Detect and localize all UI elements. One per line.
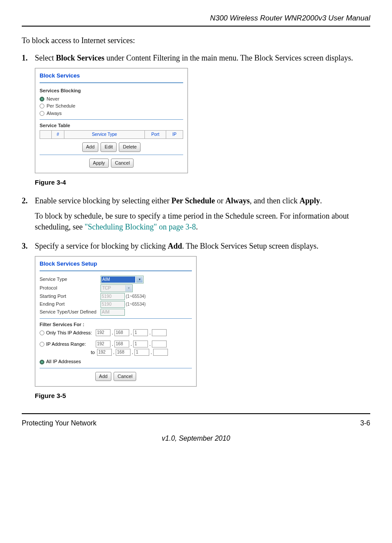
fig2-starting-port-input[interactable]: 5190: [101, 293, 125, 300]
intro-text: To block access to Internet services:: [22, 35, 370, 46]
fig2-protocol-select[interactable]: TCP ▾: [101, 284, 133, 292]
bottom-rule: [22, 413, 370, 414]
step-3: 3. Specify a service for blocking by cli…: [22, 241, 370, 401]
top-rule: [22, 26, 370, 27]
ip-octet-input[interactable]: 192: [96, 341, 111, 347]
fig2-hr3: [40, 368, 192, 368]
chevron-down-icon: ▾: [125, 285, 132, 291]
fig1-service-table: # Service Type Port IP: [40, 130, 183, 139]
ip-octet-input[interactable]: 192: [97, 349, 112, 356]
radio-never[interactable]: [40, 97, 44, 101]
fig2-user-defined-input[interactable]: AIM: [101, 309, 125, 316]
fig1-col-hash: #: [52, 131, 64, 139]
ip-octet-input[interactable]: 1: [134, 349, 149, 356]
figure-3-5-caption: Figure 3-5: [35, 391, 370, 400]
fig1-col-port: Port: [145, 131, 166, 139]
ip-octet-input[interactable]: 1: [133, 329, 148, 336]
figure-3-4-caption: Figure 3-4: [35, 178, 370, 187]
fig1-services-blocking-label: Services Blocking: [40, 88, 183, 94]
radio-per-schedule[interactable]: [40, 104, 44, 108]
step-1-num: 1.: [22, 53, 28, 64]
step-2: 2. Enable service blocking by selecting …: [22, 196, 370, 233]
step-3-text: Specify a service for blocking by clicki…: [35, 242, 318, 250]
footer: Protecting Your Network 3-6: [22, 418, 370, 428]
step-2-num: 2.: [22, 196, 28, 206]
ip-octet-input[interactable]: 168: [116, 349, 131, 356]
radio-ip-range[interactable]: [40, 342, 44, 347]
fig1-hr3: [40, 155, 183, 155]
fig2-only-ip-row[interactable]: Only This IP Address: 192. 168. 1.: [40, 329, 192, 336]
figure-3-4-screenshot: Block Services Services Blocking Never P…: [35, 68, 188, 173]
footer-center: v1.0, September 2010: [22, 434, 370, 443]
fig1-radio-always[interactable]: Always: [40, 110, 183, 117]
fig1-add-button[interactable]: Add: [82, 142, 99, 152]
fig2-starting-port-row: Starting Port 5190 (1~65534): [40, 293, 192, 300]
ip-octet-input[interactable]: [152, 341, 167, 347]
fig2-service-type-row: Service Type AIM ▾: [40, 276, 192, 283]
fig2-hr1: [40, 270, 192, 271]
fig2-filter-label: Filter Services For :: [40, 321, 192, 328]
fig1-service-table-label: Service Table: [40, 122, 183, 129]
fig1-col-type: Service Type: [64, 131, 145, 139]
ip-octet-input[interactable]: 192: [96, 329, 111, 336]
figure-3-5-screenshot: Block Services Setup Service Type AIM ▾ …: [35, 256, 197, 387]
radio-only-ip[interactable]: [40, 331, 44, 335]
fig2-ending-port-row: Ending Port 5190 (1~65534): [40, 301, 192, 308]
fig2-ip-range-to-row: to 192. 168. 1.: [40, 349, 192, 356]
step-2-text: Enable service blocking by selecting eit…: [35, 196, 322, 205]
fig1-col-ip: IP: [166, 131, 183, 139]
fig2-title: Block Services Setup: [40, 260, 192, 268]
step-3-num: 3.: [22, 241, 28, 252]
fig1-radio-never[interactable]: Never: [40, 96, 183, 102]
ip-octet-input[interactable]: [152, 329, 167, 336]
fig1-delete-button[interactable]: Delete: [119, 142, 141, 152]
scheduling-link[interactable]: "Scheduling Blocking" on page 3-8: [84, 223, 196, 231]
fig2-user-defined-row: Service Type/User Defined AIM: [40, 309, 192, 316]
fig2-cancel-button[interactable]: Cancel: [114, 372, 136, 381]
fig1-hr2: [40, 119, 183, 120]
footer-right: 3-6: [360, 418, 370, 428]
fig2-all-ip-row[interactable]: All IP Addresses: [40, 358, 192, 365]
fig1-edit-button[interactable]: Edit: [101, 142, 117, 152]
fig2-protocol-row: Protocol TCP ▾: [40, 284, 192, 292]
fig2-ip-range-row[interactable]: IP Address Range: 192. 168. 1.: [40, 341, 192, 347]
header-product: N300 Wireless Router WNR2000v3 User Manu…: [22, 13, 370, 24]
fig2-add-button[interactable]: Add: [95, 372, 112, 381]
ip-octet-input[interactable]: 168: [114, 341, 129, 347]
fig1-hr1: [40, 82, 183, 83]
radio-all-ip[interactable]: [40, 360, 44, 364]
fig2-service-type-select[interactable]: AIM ▾: [101, 276, 144, 283]
fig1-col-blank: [40, 131, 52, 139]
fig1-radio-per-schedule[interactable]: Per Schedule: [40, 103, 183, 109]
fig1-title: Block Services: [40, 72, 183, 80]
ip-octet-input[interactable]: 1: [133, 341, 148, 347]
radio-always[interactable]: [40, 111, 44, 116]
fig2-ending-port-input[interactable]: 5190: [101, 301, 125, 308]
ip-octet-input[interactable]: 168: [114, 329, 129, 336]
footer-left: Protecting Your Network: [22, 418, 97, 428]
fig1-apply-button[interactable]: Apply: [89, 159, 109, 168]
step-1-text: Select Block Services under Content Filt…: [35, 54, 353, 62]
step-2-p2: To block by schedule, be sure to specify…: [35, 211, 370, 233]
ip-octet-input[interactable]: [153, 349, 168, 356]
fig2-hr2: [40, 318, 192, 319]
step-1: 1. Select Block Services under Content F…: [22, 53, 370, 187]
chevron-down-icon: ▾: [136, 277, 143, 283]
fig1-cancel-button[interactable]: Cancel: [111, 159, 134, 168]
